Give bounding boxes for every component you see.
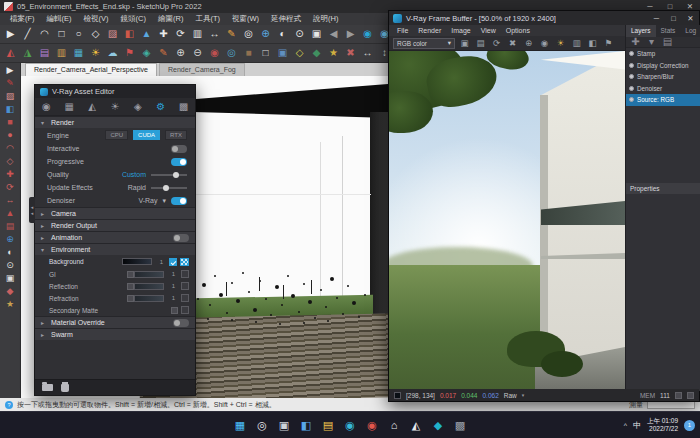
tool-icon[interactable]: ⊙ [5, 261, 16, 270]
update-effects-slider[interactable] [151, 187, 187, 189]
menu-item[interactable]: 鏡頭(C) [115, 13, 152, 25]
toolbar-icon[interactable]: ⊖ [192, 48, 203, 58]
layer-row-denoiser[interactable]: Denoiser [626, 83, 700, 95]
raw-mode-select[interactable]: Raw [504, 392, 517, 399]
toolbar-icon[interactable]: ▤ [39, 48, 50, 58]
toolbar-icon[interactable]: ◇ [294, 48, 305, 58]
menu-item[interactable]: Render [413, 25, 446, 36]
toolbar-icon[interactable]: ■ [243, 48, 254, 58]
toolbar-icon[interactable]: ⊕ [260, 29, 271, 39]
background-multiplier[interactable]: 1 [155, 259, 163, 265]
menu-item[interactable]: File [392, 25, 413, 36]
menu-item[interactable]: 編輯(E) [41, 13, 78, 25]
layer-row-sharpen-blur[interactable]: Sharpen/Blur [626, 71, 700, 83]
trash-icon[interactable] [61, 384, 69, 392]
quality-slider[interactable] [151, 174, 187, 176]
tool-icon[interactable]: ◧ [5, 105, 16, 114]
toolbar-icon[interactable]: ◎ [226, 48, 237, 58]
section-camera[interactable]: ▸ Camera [35, 207, 195, 219]
secondary-matte-checkbox[interactable] [181, 306, 189, 314]
ime-indicator[interactable]: 中 [633, 420, 641, 431]
secondary-matte-texture-slot[interactable] [171, 307, 178, 314]
toolbar-icon[interactable]: ◉ [539, 39, 550, 48]
animation-toggle[interactable] [173, 234, 189, 242]
toolbar-icon[interactable]: ▨ [107, 29, 118, 39]
visibility-toggle[interactable] [629, 74, 634, 79]
hidden-icons-chevron[interactable]: ^ [624, 422, 627, 429]
category-icon[interactable]: ▦ [64, 102, 75, 112]
gi-checkbox[interactable] [181, 270, 189, 278]
menu-item[interactable]: Image [446, 25, 475, 36]
toolbar-icon[interactable]: ▲ [141, 29, 152, 39]
category-icon[interactable]: ⚙ [155, 102, 166, 112]
gi-multiplier[interactable]: 1 [167, 271, 175, 277]
toolbar-icon[interactable]: ↔ [209, 29, 220, 39]
toolbar-icon[interactable]: ◭ [5, 48, 16, 58]
toolbar-icon[interactable]: □ [56, 29, 67, 39]
toolbar-icon[interactable]: ◧ [124, 29, 135, 39]
menu-item[interactable]: Options [501, 25, 535, 36]
toolbar-icon[interactable]: ⟳ [175, 29, 186, 39]
menu-item[interactable]: View [476, 25, 501, 36]
scene-tab-aerial-perspective[interactable]: Render_Camera_Aerial_Perspective [25, 63, 157, 76]
toolbar-icon[interactable]: ◧ [587, 39, 598, 48]
tool-icon[interactable]: ⟳ [5, 183, 16, 192]
tool-icon[interactable]: ◠ [5, 144, 16, 153]
toolbar-icon[interactable]: ▥ [56, 48, 67, 58]
taskbar-icon[interactable]: ▩ [452, 420, 468, 431]
toolbar-icon[interactable]: ◎ [243, 29, 254, 39]
tool-icon[interactable]: ★ [5, 300, 16, 309]
tool-icon[interactable]: ▨ [5, 92, 16, 101]
toolbar-icon[interactable]: ▣ [459, 39, 470, 48]
visibility-toggle[interactable] [629, 63, 634, 68]
info-icon[interactable]: ? [5, 401, 13, 409]
gi-texture-slot[interactable] [127, 271, 134, 278]
tool-icon[interactable]: ✚ [5, 170, 16, 179]
section-render-output[interactable]: ▸ Render Output [35, 219, 195, 231]
toolbar-icon[interactable]: ✎ [226, 29, 237, 39]
reflection-multiplier[interactable]: 1 [167, 283, 175, 289]
toolbar-icon[interactable]: ⚑ [603, 39, 614, 48]
tool-icon[interactable]: ↔ [5, 196, 16, 205]
section-environment[interactable]: ▾ Environment [35, 243, 195, 255]
category-icon[interactable]: ◭ [87, 102, 98, 112]
taskbar-icon[interactable]: ▦ [232, 420, 248, 431]
layer-row-stamp[interactable]: Stamp [626, 48, 700, 60]
toolbar-icon[interactable]: ▥ [571, 39, 582, 48]
toolbar-icon[interactable]: ◇ [90, 29, 101, 39]
toolbar-icon[interactable]: ↔ [362, 48, 373, 58]
tab-log[interactable]: Log [680, 25, 700, 37]
toolbar-icon[interactable]: ◆ [311, 48, 322, 58]
background-texture-slot-icon[interactable] [180, 258, 189, 266]
toolbar-icon[interactable]: ╱ [22, 29, 33, 39]
toolbar-icon[interactable]: ☀ [90, 48, 101, 58]
toolbar-icon[interactable]: ○ [73, 29, 84, 39]
section-render[interactable]: ▾ Render [35, 116, 195, 128]
progressive-toggle[interactable] [171, 158, 187, 166]
reflection-color-swatch[interactable] [134, 283, 164, 290]
tool-icon[interactable]: ✎ [5, 79, 16, 88]
maximize-button[interactable]: □ [665, 11, 682, 25]
toolbar-icon[interactable]: ◮ [22, 48, 33, 58]
reflection-texture-slot[interactable] [127, 283, 134, 290]
toolbar-icon[interactable]: ◉ [362, 29, 373, 39]
toolbar-icon[interactable]: ⟳ [491, 39, 502, 48]
toolbar-icon[interactable]: ◀ [328, 29, 339, 39]
toolbar-icon[interactable]: □ [260, 48, 271, 58]
menu-item[interactable]: 繪圖(R) [152, 13, 189, 25]
taskbar-icon[interactable]: ◉ [364, 420, 380, 431]
visibility-toggle[interactable] [629, 86, 634, 91]
tool-icon[interactable]: ▣ [5, 274, 16, 283]
toolbar-icon[interactable]: ✎ [158, 48, 169, 58]
refraction-color-swatch[interactable] [134, 295, 164, 302]
engine-cuda-button[interactable]: CUDA [133, 130, 160, 140]
taskbar-icon[interactable]: ▤ [320, 420, 336, 431]
toolbar-icon[interactable]: ✖ [345, 48, 356, 58]
layer-row-source-rgb[interactable]: Source: RGB [626, 94, 700, 106]
engine-cpu-button[interactable]: CPU [105, 130, 128, 140]
category-icon[interactable]: ▩ [178, 102, 189, 112]
tool-icon[interactable]: ▶ [5, 66, 16, 75]
menu-item[interactable]: 檔案(F) [4, 13, 41, 25]
taskbar-icon[interactable]: ◎ [254, 420, 270, 431]
toolbar-icon[interactable]: ☀ [555, 39, 566, 48]
